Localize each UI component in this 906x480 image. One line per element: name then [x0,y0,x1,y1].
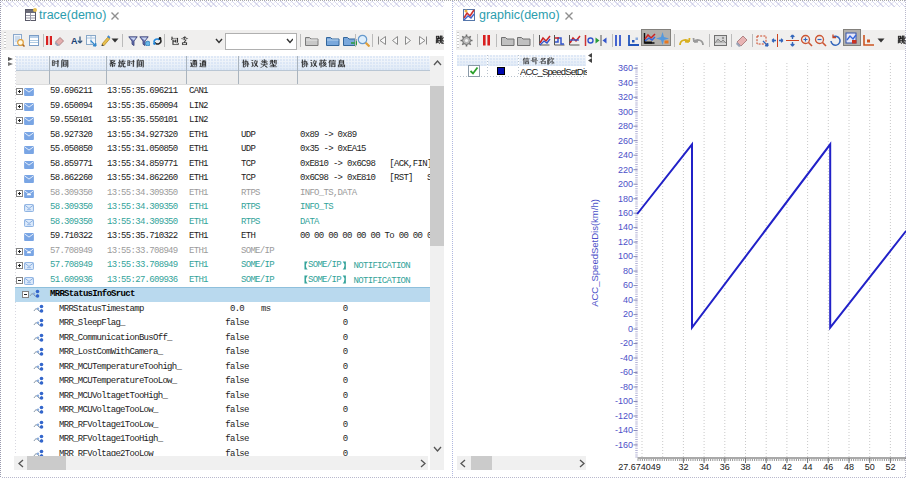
svg-text:42: 42 [782,462,792,472]
svg-text:260: 260 [618,136,633,146]
svg-text:80: 80 [623,266,633,276]
svg-text:180: 180 [618,194,633,204]
svg-text:200: 200 [618,179,633,189]
svg-text:50: 50 [865,462,875,472]
svg-text:34: 34 [699,462,709,472]
svg-text:27.674049: 27.674049 [618,462,661,472]
svg-text:100: 100 [618,251,633,261]
svg-text:36: 36 [720,462,730,472]
svg-text:20: 20 [623,309,633,319]
svg-text:32: 32 [678,462,688,472]
svg-text:ACC_SpeedSetDis(km/h): ACC_SpeedSetDis(km/h) [589,199,600,307]
svg-text:46: 46 [823,462,833,472]
svg-text:-120: -120 [615,411,633,421]
svg-text:-80: -80 [620,382,633,392]
svg-text:340: 340 [618,78,633,88]
svg-text:-100: -100 [615,396,633,406]
svg-text:360: 360 [618,63,633,73]
svg-text:300: 300 [618,107,633,117]
svg-text:-60: -60 [620,367,633,377]
svg-text:40: 40 [761,462,771,472]
svg-text:280: 280 [618,121,633,131]
svg-text:38: 38 [740,462,750,472]
svg-text:44: 44 [803,462,813,472]
svg-text:-140: -140 [615,425,633,435]
svg-text:-160: -160 [615,440,633,450]
svg-text:48: 48 [844,462,854,472]
svg-text:140: 140 [618,222,633,232]
svg-text:160: 160 [618,208,633,218]
svg-text:240: 240 [618,150,633,160]
svg-text:120: 120 [618,237,633,247]
svg-text:60: 60 [623,280,633,290]
svg-text:40: 40 [623,295,633,305]
svg-text:320: 320 [618,92,633,102]
svg-text:-40: -40 [620,353,633,363]
svg-text:-20: -20 [620,338,633,348]
svg-text:52: 52 [885,462,895,472]
svg-text:A: A [71,36,78,46]
svg-text:0: 0 [628,324,633,334]
svg-text:220: 220 [618,165,633,175]
